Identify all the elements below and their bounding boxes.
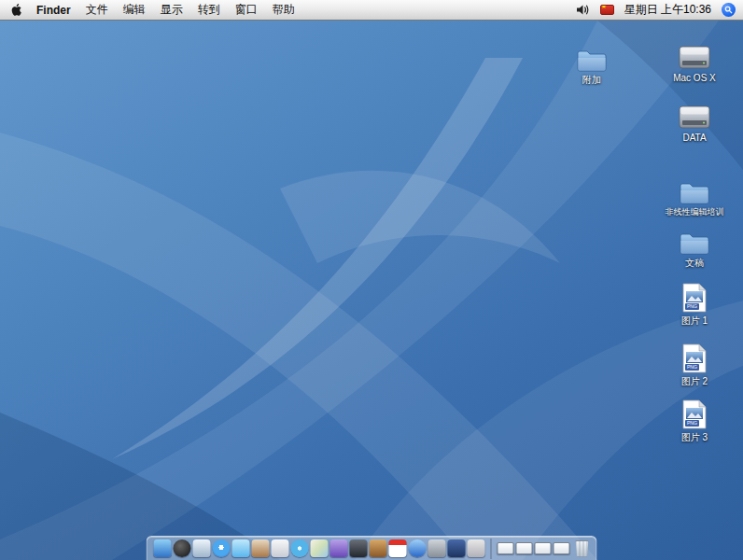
dock-address-book-icon[interactable] xyxy=(252,539,270,557)
dock-ical-icon[interactable] xyxy=(389,539,407,557)
dock-garageband-icon[interactable] xyxy=(370,539,387,557)
dock-separator xyxy=(491,539,492,559)
wallpaper xyxy=(0,21,743,560)
dock-mail-icon[interactable] xyxy=(193,539,211,557)
dock-safari-icon[interactable] xyxy=(213,539,231,557)
dock xyxy=(147,536,597,560)
dock-iphoto-icon[interactable] xyxy=(311,539,329,557)
dock-idvd-icon[interactable] xyxy=(350,539,368,557)
menu-view[interactable]: 显示 xyxy=(161,2,183,18)
desktop-icon-macosx-drive[interactable]: Mac OS X xyxy=(665,43,724,83)
desktop-icon-label: DATA xyxy=(682,133,706,143)
hard-drive-icon xyxy=(679,43,710,71)
dock-imovie-icon[interactable] xyxy=(330,539,348,557)
app-menu-finder[interactable]: Finder xyxy=(36,4,71,17)
png-file-icon: PNG xyxy=(682,343,707,373)
desktop-icon-label: 图片 3 xyxy=(681,431,708,444)
dock-trash-icon[interactable] xyxy=(575,540,590,557)
desktop-icon-label: 附加 xyxy=(582,74,601,87)
png-file-icon: PNG xyxy=(682,399,707,429)
menu-edit[interactable]: 编辑 xyxy=(123,2,146,18)
desktop-icon-editing-training[interactable]: 非线性编辑培训 xyxy=(662,179,727,218)
desktop-icon-data-drive[interactable]: DATA xyxy=(665,103,724,143)
desktop-icon-image-2[interactable]: PNG 图片 2 xyxy=(665,343,724,388)
input-method-flag-icon[interactable]: ★ xyxy=(600,5,614,15)
dock-terminal-icon[interactable] xyxy=(468,539,485,557)
dock-minimized-window-3[interactable] xyxy=(535,542,552,554)
dock-system-preferences-icon[interactable] xyxy=(428,539,446,557)
folder-icon xyxy=(577,47,607,72)
menu-clock[interactable]: 星期日 上午10:36 xyxy=(624,2,711,18)
spotlight-icon[interactable] xyxy=(722,3,736,17)
menu-file[interactable]: 文件 xyxy=(86,2,108,18)
apple-menu-icon[interactable] xyxy=(9,3,21,17)
png-badge: PNG xyxy=(687,303,697,309)
png-file-icon: PNG xyxy=(682,283,707,313)
dock-itunes-icon[interactable] xyxy=(291,539,309,557)
desktop[interactable]: 附加 Mac OS X DATA xyxy=(0,21,743,560)
desktop-icon-label: Mac OS X xyxy=(673,73,716,83)
folder-icon xyxy=(680,230,709,255)
flag-star: ★ xyxy=(601,5,607,9)
desktop-icon-label: 图片 1 xyxy=(681,315,708,328)
desktop-icon-fujia[interactable]: 附加 xyxy=(562,47,622,87)
desktop-icon-label: 文稿 xyxy=(685,257,704,270)
dock-ichat-icon[interactable] xyxy=(232,539,250,557)
menu-bar-left: Finder 文件 编辑 显示 转到 窗口 帮助 xyxy=(0,2,295,18)
desktop-icon-image-3[interactable]: PNG 图片 3 xyxy=(665,399,724,444)
menu-help[interactable]: 帮助 xyxy=(273,2,295,18)
dock-minimized-window-2[interactable] xyxy=(516,542,533,554)
dock-minimized-window-1[interactable] xyxy=(498,542,514,554)
dock-preview-icon[interactable] xyxy=(272,539,289,557)
dock-finder-icon[interactable] xyxy=(154,539,172,557)
desktop-icon-documents[interactable]: 文稿 xyxy=(665,230,724,270)
menu-bar-right: ★ 星期日 上午10:36 xyxy=(576,2,743,18)
png-badge: PNG xyxy=(687,420,697,426)
menu-window[interactable]: 窗口 xyxy=(235,2,258,18)
dock-minimized-window-4[interactable] xyxy=(554,542,570,554)
menu-go[interactable]: 转到 xyxy=(198,2,220,18)
hard-drive-icon xyxy=(679,103,710,131)
desktop-icon-label: 图片 2 xyxy=(681,375,708,388)
folder-icon xyxy=(680,179,709,204)
png-badge: PNG xyxy=(687,364,697,370)
desktop-icon-label: 非线性编辑培训 xyxy=(666,206,724,218)
screen: Finder 文件 编辑 显示 转到 窗口 帮助 ★ 星期日 上午10:36 xyxy=(0,0,743,560)
desktop-icon-image-1[interactable]: PNG 图片 1 xyxy=(665,283,724,328)
dock-photoshop-icon[interactable] xyxy=(448,539,466,557)
dock-dashboard-icon[interactable] xyxy=(174,539,191,557)
dock-quicktime-icon[interactable] xyxy=(409,539,427,557)
menu-bar: Finder 文件 编辑 显示 转到 窗口 帮助 ★ 星期日 上午10:36 xyxy=(0,0,743,21)
volume-icon[interactable] xyxy=(576,4,590,16)
